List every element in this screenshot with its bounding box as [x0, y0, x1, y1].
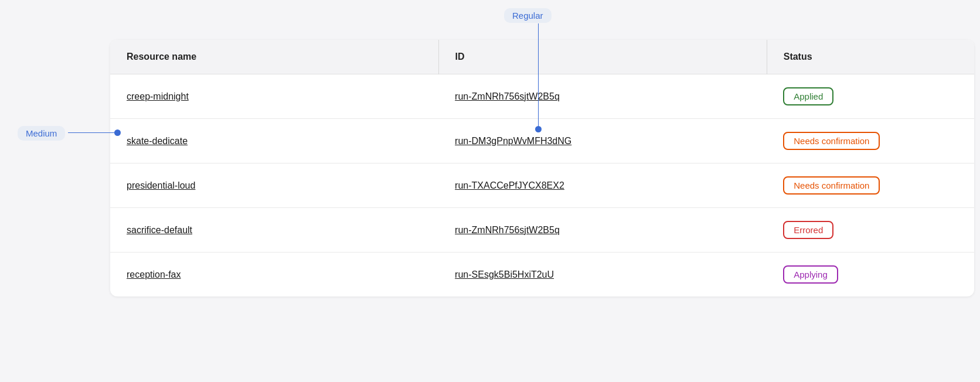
- id-link[interactable]: run-SEsgk5Bi5HxiT2uU: [455, 270, 554, 279]
- id-cell: run-ZmNRh756sjtW2B5q: [438, 74, 767, 119]
- table-container: Resource name ID Status creep-midnightru…: [110, 40, 974, 296]
- id-cell: run-ZmNRh756sjtW2B5q: [438, 208, 767, 253]
- resource-name-link[interactable]: reception-fax: [127, 270, 181, 279]
- column-status: Status: [767, 40, 974, 74]
- label-medium-text: Medium: [26, 128, 57, 138]
- status-cell: Needs confirmation: [767, 163, 974, 208]
- table-row: sacrifice-defaultrun-ZmNRh756sjtW2B5qErr…: [110, 208, 974, 253]
- table-header-row: Resource name ID Status: [110, 40, 974, 74]
- status-badge: Applied: [783, 87, 833, 105]
- resource-name-cell: sacrifice-default: [110, 208, 438, 253]
- id-cell: run-DM3gPnpWvMFH3dNG: [438, 119, 767, 163]
- table-row: reception-faxrun-SEsgk5Bi5HxiT2uUApplyin…: [110, 253, 974, 297]
- resource-table: Resource name ID Status creep-midnightru…: [110, 40, 974, 296]
- resource-name-cell: creep-midnight: [110, 74, 438, 119]
- resource-name-link[interactable]: presidential-loud: [127, 180, 195, 190]
- resource-name-cell: reception-fax: [110, 253, 438, 297]
- tooltip-line: [538, 23, 539, 128]
- status-badge: Errored: [783, 221, 833, 239]
- tooltip-regular-label: Regular: [512, 11, 543, 21]
- label-medium: Medium: [18, 126, 65, 141]
- status-cell: Applying: [767, 253, 974, 297]
- id-link[interactable]: run-ZmNRh756sjtW2B5q: [455, 225, 560, 235]
- resource-name-link[interactable]: sacrifice-default: [127, 225, 192, 235]
- id-cell: run-TXACCePfJYCX8EX2: [438, 163, 767, 208]
- status-cell: Errored: [767, 208, 974, 253]
- status-cell: Needs confirmation: [767, 119, 974, 163]
- tooltip-dot: [535, 126, 542, 132]
- medium-line: [68, 132, 116, 133]
- medium-dot: [114, 129, 121, 136]
- id-link[interactable]: run-TXACCePfJYCX8EX2: [455, 180, 564, 190]
- id-cell: run-SEsgk5Bi5HxiT2uU: [438, 253, 767, 297]
- status-badge: Needs confirmation: [783, 176, 880, 195]
- table-row: creep-midnightrun-ZmNRh756sjtW2B5qApplie…: [110, 74, 974, 119]
- table-row: presidential-loudrun-TXACCePfJYCX8EX2Nee…: [110, 163, 974, 208]
- id-link[interactable]: run-DM3gPnpWvMFH3dNG: [455, 136, 571, 146]
- table-row: skate-dedicaterun-DM3gPnpWvMFH3dNGNeeds …: [110, 119, 974, 163]
- page-wrapper: Regular Medium Resource name ID Status: [0, 0, 980, 382]
- resource-name-link[interactable]: skate-dedicate: [127, 136, 188, 146]
- resource-name-cell: presidential-loud: [110, 163, 438, 208]
- status-badge: Needs confirmation: [783, 132, 880, 150]
- resource-name-link[interactable]: creep-midnight: [127, 91, 189, 101]
- status-cell: Applied: [767, 74, 974, 119]
- id-link[interactable]: run-ZmNRh756sjtW2B5q: [455, 91, 560, 101]
- column-id: ID: [438, 40, 767, 74]
- column-resource-name: Resource name: [110, 40, 438, 74]
- tooltip-regular: Regular: [504, 8, 552, 23]
- resource-name-cell: skate-dedicate: [110, 119, 438, 163]
- status-badge: Applying: [783, 265, 838, 284]
